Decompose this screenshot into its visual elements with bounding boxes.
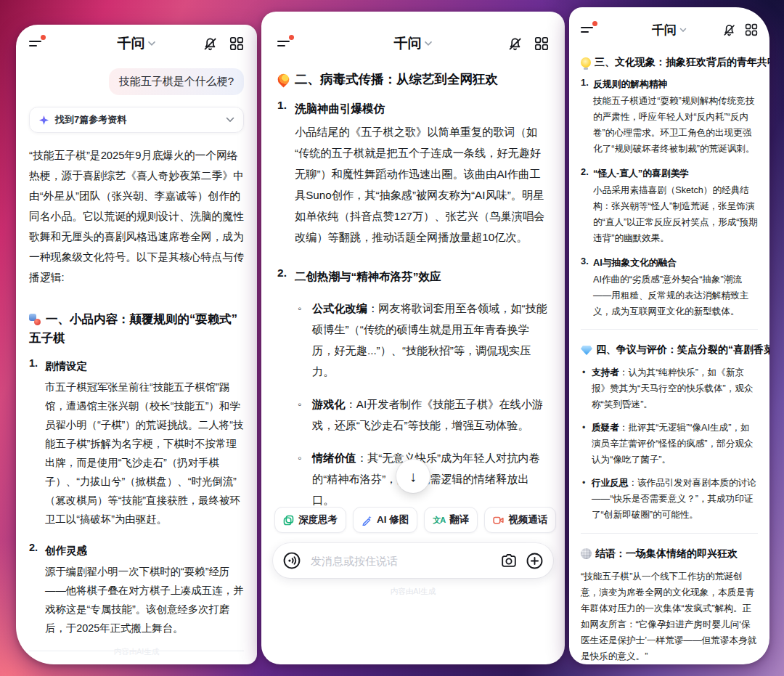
- conclusion-paragraph: “技能五子棋”从一个线下工作坊的荒诞创意，演变为席卷全网的文化现象，本质是青年群…: [581, 569, 758, 664]
- chip-label: 翻译: [449, 513, 469, 526]
- chip-label: 深度思考: [298, 513, 338, 526]
- notification-dot: [289, 35, 294, 40]
- ai-watermark: 内容由AI生成: [261, 587, 565, 597]
- bullet-label: 情绪价值: [312, 452, 356, 464]
- references-label: 找到7篇参考资料: [55, 113, 126, 126]
- section-2-heading: 二、病毒式传播：从综艺到全网狂欢: [277, 70, 549, 89]
- list-item-body: 小品结尾的《五子棋之歌》以简单重复的歌词（如“传统的五子棋就是把五个子连成一条线…: [295, 121, 549, 248]
- section-4-heading: 四、争议与评价：笑点分裂的“喜剧香菜”: [581, 341, 758, 357]
- bullet-item: 游戏化：AI开发者制作《技能五子棋》在线小游戏，还原“飞沙走石”等技能，增强互动…: [295, 394, 549, 436]
- list-item-title: 洗脑神曲引爆模仿: [295, 102, 385, 115]
- bullet-item: 质疑者：批评其“无逻辑”“像AI生成”，如演员辛芷蕾评价“怪怪的疯感”，部分观众…: [581, 420, 758, 468]
- chevron-down-icon: [226, 117, 234, 123]
- sparkle-icon: [38, 115, 49, 126]
- ai-watermark: 内容由AI生成: [16, 647, 257, 657]
- list-item-body: 市五子棋冠军张呈前往“技能五子棋馆”踢馆，遭遇馆主张兴朝（校长“技能五”）和学员…: [45, 378, 244, 529]
- list-item: 剧情设定 市五子棋冠军张呈前往“技能五子棋馆”踢馆，遭遇馆主张兴朝（校长“技能五…: [29, 357, 244, 529]
- app-title-text: 千问: [394, 34, 422, 53]
- plus-icon[interactable]: [526, 552, 544, 570]
- voice-input-icon[interactable]: [282, 551, 301, 570]
- section-3-heading: 三、文化现象：抽象狂欢背后的青年共鸣: [581, 54, 758, 70]
- list-item: “怪人-直人”的喜剧美学 小品采用素描喜剧（Sketch）的经典结构：张兴朝等“…: [581, 166, 758, 246]
- references-bar[interactable]: 找到7篇参考资料: [29, 107, 244, 133]
- divider: [581, 329, 758, 330]
- apps-grid-icon[interactable]: [745, 23, 758, 36]
- bullet-item: 行业反思：该作品引发对喜剧本质的讨论——“快乐是否需要意义？”，其成功印证了“创…: [581, 475, 758, 523]
- joker-card-emoji-icon: [29, 314, 41, 325]
- conclusion-heading: 结语：一场集体情绪的即兴狂欢: [581, 545, 758, 561]
- deep-think-chip[interactable]: 深度思考: [274, 507, 346, 533]
- app-title-text: 千问: [118, 34, 145, 53]
- menu-icon[interactable]: [581, 23, 598, 37]
- apps-grid-icon[interactable]: [229, 36, 244, 51]
- bullet-label: 公式化改编: [312, 302, 367, 314]
- app-title-text: 千问: [652, 22, 677, 38]
- disco-ball-emoji-icon: [581, 548, 592, 559]
- fire-emoji-icon: [275, 71, 291, 87]
- video-call-chip[interactable]: 视频通话: [484, 507, 556, 533]
- list-item-title: 反规则的解构精神: [593, 78, 667, 89]
- user-message-bubble: 技能五子棋是个什么梗?: [109, 68, 244, 95]
- chevron-down-icon: [148, 41, 156, 46]
- list-item-title: 剧情设定: [45, 360, 87, 372]
- divider: [581, 533, 758, 534]
- apps-grid-icon[interactable]: [534, 36, 549, 51]
- chevron-down-icon: [679, 28, 687, 33]
- translate-chip[interactable]: 文A 翻译: [424, 507, 478, 533]
- list-item-title: AI与抽象文化的融合: [593, 257, 677, 268]
- bullet-label: 游戏化: [312, 398, 346, 410]
- mute-icon[interactable]: [722, 23, 736, 37]
- list-item-body: 技能五子棋通过“耍赖”规则解构传统竞技的严肃性，呼应年轻人对“反内耗”“反内卷”…: [593, 93, 758, 157]
- answer-intro-paragraph: “技能五子棋”是2025年9月底爆火的一个网络热梗，源于喜剧综艺《喜人奇妙夜第二…: [29, 145, 244, 288]
- screenshot-panel-right: 千问 三、文化现象：抽象狂欢背后的青年共鸣 反规则的解构精神 技能五子棋通过“耍…: [569, 7, 769, 664]
- list-item-body: 小品采用素描喜剧（Sketch）的经典结构：张兴朝等“怪人”制造荒诞，张呈饰演的…: [593, 182, 758, 246]
- list-item-body: 源于编剧翟小明一次下棋时的“耍赖”经历——他将棋子叠在对方棋子上凑成五连，并戏称…: [45, 562, 244, 638]
- app-title[interactable]: 千问: [652, 22, 687, 38]
- section-1-heading: 一、小品内容：颠覆规则的“耍赖式”五子棋: [29, 309, 244, 347]
- magic-pen-icon: [362, 515, 372, 526]
- app-header: 千问: [29, 29, 244, 58]
- chip-label: AI 修图: [377, 513, 409, 526]
- bullet-item: 公式化改编：网友将歌词套用至各领域，如“技能硕博生”（“传统的硕博生就是用五年青…: [295, 298, 549, 382]
- list-item: 反规则的解构精神 技能五子棋通过“耍赖”规则解构传统竞技的严肃性，呼应年轻人对“…: [581, 77, 758, 157]
- mute-icon[interactable]: [203, 36, 218, 52]
- app-title[interactable]: 千问: [394, 34, 433, 53]
- bullet-label: 质疑者: [592, 423, 619, 433]
- camera-icon[interactable]: [500, 552, 518, 569]
- chip-label: 视频通话: [508, 513, 547, 526]
- screenshot-panel-middle: 千问 二、病毒式传播：从综艺到全网狂欢 洗脑神曲引爆模仿 小品结尾的《五子棋之歌…: [261, 12, 565, 664]
- message-input[interactable]: [309, 554, 492, 568]
- quick-action-chips: 深度思考 AI 修图 文A 翻译 视频通话: [274, 507, 552, 533]
- section-3-list: 反规则的解构精神 技能五子棋通过“耍赖”规则解构传统竞技的严肃性，呼应年轻人对“…: [581, 77, 758, 319]
- screenshot-panel-left: 千问 技能五子棋是个什么梗? 找到7篇参考资料 “技能五子棋”是2025年9月底…: [16, 25, 257, 664]
- list-item: AI与抽象文化的融合 AI作曲的“劣质感”意外契合“抽象”潮流——用粗糙、反常规…: [581, 256, 758, 319]
- app-header: 千问: [277, 29, 549, 58]
- bullet-label: 行业反思: [592, 478, 628, 488]
- bullet-label: 支持者: [592, 367, 619, 378]
- notification-dot: [592, 21, 597, 26]
- deep-think-icon: [283, 515, 294, 526]
- section-2-list: 洗脑神曲引爆模仿 小品结尾的《五子棋之歌》以简单重复的歌词（如“传统的五子棋就是…: [277, 99, 549, 510]
- translate-icon: 文A: [433, 515, 445, 526]
- chevron-down-icon: [425, 41, 433, 46]
- list-item-body: AI作曲的“劣质感”意外契合“抽象”潮流——用粗糙、反常规的表达消解精致主义，成…: [593, 272, 758, 319]
- mute-icon[interactable]: [507, 36, 523, 52]
- menu-icon[interactable]: [277, 36, 295, 51]
- app-title[interactable]: 千问: [118, 34, 156, 53]
- arrow-down-icon: ↓: [409, 468, 417, 485]
- video-camera-icon: [493, 515, 504, 526]
- menu-icon[interactable]: [29, 36, 46, 51]
- list-item-title: “怪人-直人”的喜剧美学: [593, 168, 689, 179]
- message-input-bar[interactable]: [273, 543, 553, 578]
- section-1-list: 剧情设定 市五子棋冠军张呈前往“技能五子棋馆”踢馆，遭遇馆主张兴朝（校长“技能五…: [29, 357, 244, 638]
- ai-retouch-chip[interactable]: AI 修图: [353, 507, 417, 533]
- gem-emoji-icon: [581, 346, 592, 355]
- notification-dot: [41, 35, 46, 40]
- scroll-to-bottom-button[interactable]: ↓: [396, 460, 430, 493]
- bullet-body: ：AI开发者制作《技能五子棋》在线小游戏，还原“飞沙走石”等技能，增强互动体验。: [312, 398, 543, 431]
- list-item-title: 二创热潮与“精神布洛芬”效应: [295, 270, 441, 282]
- list-item-title: 创作灵感: [45, 545, 87, 556]
- list-item: 洗脑神曲引爆模仿 小品结尾的《五子棋之歌》以简单重复的歌词（如“传统的五子棋就是…: [277, 99, 549, 248]
- bulb-emoji-icon: [581, 57, 591, 68]
- bullet-item: 支持者：认为其“纯粹快乐”，如《新京报》赞其为“天马行空的快乐载体”，观众称“笑…: [581, 365, 758, 412]
